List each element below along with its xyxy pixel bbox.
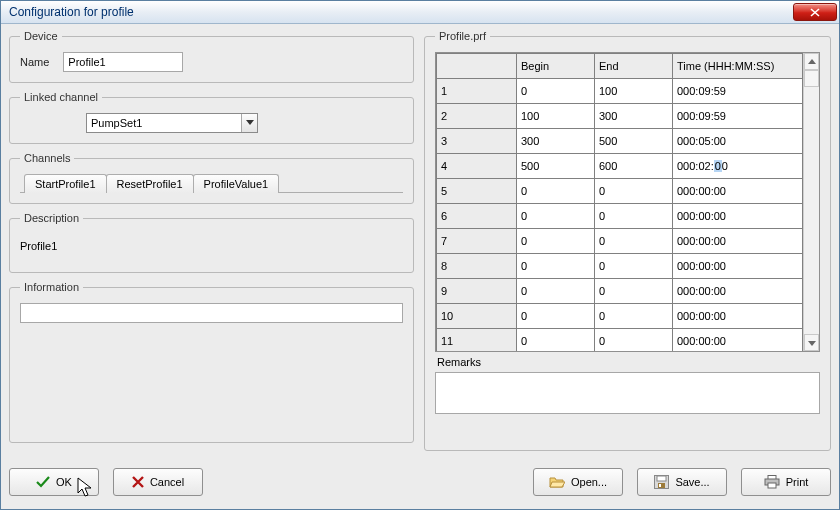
chevron-down-icon bbox=[246, 120, 254, 126]
table-row[interactable]: 900000:00:00 bbox=[437, 279, 803, 304]
col-end-header: End bbox=[595, 54, 673, 79]
window-title: Configuration for profile bbox=[9, 5, 793, 19]
end-cell[interactable]: 0 bbox=[595, 204, 673, 229]
scroll-down-button[interactable] bbox=[804, 334, 819, 351]
end-cell[interactable]: 600 bbox=[595, 154, 673, 179]
time-cell[interactable]: 000:00:00 bbox=[673, 329, 803, 352]
time-cell[interactable]: 000:09:59 bbox=[673, 104, 803, 129]
table-row[interactable]: 10100000:09:59 bbox=[437, 79, 803, 104]
linked-channel-value[interactable] bbox=[87, 114, 241, 132]
begin-cell[interactable]: 0 bbox=[517, 329, 595, 352]
row-index-cell[interactable]: 2 bbox=[437, 104, 517, 129]
time-cell[interactable]: 000:00:00 bbox=[673, 279, 803, 304]
end-cell[interactable]: 0 bbox=[595, 179, 673, 204]
end-cell[interactable]: 0 bbox=[595, 279, 673, 304]
end-cell[interactable]: 0 bbox=[595, 304, 673, 329]
time-cell[interactable]: 000:02:00 bbox=[673, 154, 803, 179]
close-icon bbox=[810, 8, 820, 17]
table-row[interactable]: 3300500000:05:00 bbox=[437, 129, 803, 154]
remarks-input[interactable] bbox=[435, 372, 820, 414]
time-cell[interactable]: 000:00:00 bbox=[673, 179, 803, 204]
table-row[interactable]: 800000:00:00 bbox=[437, 254, 803, 279]
device-group: Device Name bbox=[9, 30, 414, 83]
name-label: Name bbox=[20, 56, 49, 68]
linked-channel-group: Linked channel bbox=[9, 91, 414, 144]
tab-resetprofile[interactable]: ResetProfile1 bbox=[106, 174, 194, 193]
row-index-cell[interactable]: 1 bbox=[437, 79, 517, 104]
save-button[interactable]: Save... bbox=[637, 468, 727, 496]
time-cell[interactable]: 000:09:59 bbox=[673, 79, 803, 104]
begin-cell[interactable]: 500 bbox=[517, 154, 595, 179]
ok-button[interactable]: OK bbox=[9, 468, 99, 496]
end-cell[interactable]: 300 bbox=[595, 104, 673, 129]
table-row[interactable]: 700000:00:00 bbox=[437, 229, 803, 254]
table-row[interactable]: 600000:00:00 bbox=[437, 204, 803, 229]
time-cell[interactable]: 000:05:00 bbox=[673, 129, 803, 154]
open-button[interactable]: Open... bbox=[533, 468, 623, 496]
linked-channel-combo[interactable] bbox=[86, 113, 258, 133]
row-index-cell[interactable]: 10 bbox=[437, 304, 517, 329]
device-legend: Device bbox=[20, 30, 62, 42]
table-row[interactable]: 4500600000:02:00 bbox=[437, 154, 803, 179]
printer-icon bbox=[764, 475, 780, 489]
begin-cell[interactable]: 100 bbox=[517, 104, 595, 129]
tab-startprofile[interactable]: StartProfile1 bbox=[24, 174, 107, 193]
begin-cell[interactable]: 0 bbox=[517, 204, 595, 229]
chevron-down-icon bbox=[808, 340, 816, 346]
print-label: Print bbox=[786, 476, 809, 488]
cancel-button[interactable]: Cancel bbox=[113, 468, 203, 496]
time-cell[interactable]: 000:00:00 bbox=[673, 304, 803, 329]
begin-cell[interactable]: 0 bbox=[517, 179, 595, 204]
description-legend: Description bbox=[20, 212, 83, 224]
linked-channel-legend: Linked channel bbox=[20, 91, 102, 103]
folder-open-icon bbox=[549, 475, 565, 489]
row-index-cell[interactable]: 8 bbox=[437, 254, 517, 279]
end-cell[interactable]: 0 bbox=[595, 329, 673, 352]
begin-cell[interactable]: 0 bbox=[517, 79, 595, 104]
row-index-cell[interactable]: 3 bbox=[437, 129, 517, 154]
save-label: Save... bbox=[675, 476, 709, 488]
scroll-thumb[interactable] bbox=[804, 70, 819, 87]
row-index-cell[interactable]: 11 bbox=[437, 329, 517, 352]
begin-cell[interactable]: 0 bbox=[517, 229, 595, 254]
remarks-label: Remarks bbox=[437, 356, 820, 368]
channels-tabset: StartProfile1 ResetProfile1 ProfileValue… bbox=[20, 174, 403, 193]
end-cell[interactable]: 0 bbox=[595, 229, 673, 254]
begin-cell[interactable]: 0 bbox=[517, 254, 595, 279]
scroll-up-button[interactable] bbox=[804, 53, 819, 70]
tab-profilevalue[interactable]: ProfileValue1 bbox=[193, 174, 280, 193]
col-index-header bbox=[437, 54, 517, 79]
time-cell[interactable]: 000:00:00 bbox=[673, 229, 803, 254]
time-cell[interactable]: 000:00:00 bbox=[673, 254, 803, 279]
end-cell[interactable]: 500 bbox=[595, 129, 673, 154]
begin-cell[interactable]: 0 bbox=[517, 304, 595, 329]
table-row[interactable]: 1100000:00:00 bbox=[437, 329, 803, 352]
begin-cell[interactable]: 300 bbox=[517, 129, 595, 154]
editing-selection: 0 bbox=[714, 160, 722, 172]
table-row[interactable]: 2100300000:09:59 bbox=[437, 104, 803, 129]
begin-cell[interactable]: 0 bbox=[517, 279, 595, 304]
scrollbar[interactable] bbox=[803, 53, 819, 351]
name-input[interactable] bbox=[63, 52, 183, 72]
svg-rect-6 bbox=[768, 483, 776, 488]
close-button[interactable] bbox=[793, 3, 837, 21]
ok-label: OK bbox=[56, 476, 72, 488]
information-input[interactable] bbox=[20, 303, 403, 323]
end-cell[interactable]: 100 bbox=[595, 79, 673, 104]
col-time-header: Time (HHH:MM:SS) bbox=[673, 54, 803, 79]
table-row[interactable]: 500000:00:00 bbox=[437, 179, 803, 204]
titlebar: Configuration for profile bbox=[1, 1, 839, 24]
time-cell[interactable]: 000:00:00 bbox=[673, 204, 803, 229]
check-icon bbox=[36, 476, 50, 488]
table-row[interactable]: 1000000:00:00 bbox=[437, 304, 803, 329]
end-cell[interactable]: 0 bbox=[595, 254, 673, 279]
row-index-cell[interactable]: 9 bbox=[437, 279, 517, 304]
svg-rect-1 bbox=[657, 476, 666, 481]
profile-table[interactable]: Begin End Time (HHH:MM:SS) 10100000:09:5… bbox=[436, 53, 803, 351]
row-index-cell[interactable]: 4 bbox=[437, 154, 517, 179]
combo-dropdown-button[interactable] bbox=[241, 114, 257, 132]
row-index-cell[interactable]: 5 bbox=[437, 179, 517, 204]
print-button[interactable]: Print bbox=[741, 468, 831, 496]
row-index-cell[interactable]: 7 bbox=[437, 229, 517, 254]
row-index-cell[interactable]: 6 bbox=[437, 204, 517, 229]
